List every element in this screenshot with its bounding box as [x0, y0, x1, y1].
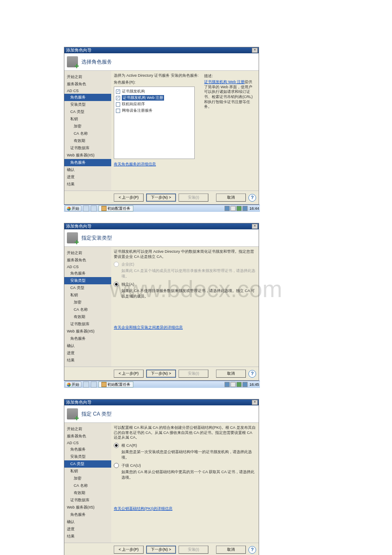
quicklaunch-icon[interactable] [83, 382, 89, 387]
radio[interactable] [114, 463, 119, 468]
quicklaunch-icon[interactable] [91, 382, 97, 387]
sidebar-item[interactable]: AD CS [64, 264, 111, 270]
checkbox[interactable] [116, 90, 120, 94]
sidebar-item[interactable]: 服务器角色 [64, 257, 111, 264]
sidebar-item[interactable]: CA 名称 [64, 306, 111, 313]
close-icon[interactable]: × [252, 224, 258, 229]
radio-row[interactable]: 根 CA(R)如果您是第一次安装或您是公钥基础结构中唯一的证书颁发机构，请选择此… [114, 443, 256, 460]
help-icon[interactable]: ? [248, 546, 256, 554]
help-icon[interactable]: ? [248, 370, 256, 378]
tray-icon[interactable] [231, 206, 236, 211]
close-icon[interactable]: × [252, 48, 258, 53]
sidebar-item[interactable]: 加密 [64, 123, 111, 130]
sidebar-item[interactable]: Web 服务器(IIS) [64, 328, 111, 335]
tray-icon[interactable] [242, 382, 248, 387]
cancel-button[interactable]: 取消 [216, 546, 246, 554]
sidebar-item[interactable]: 进度 [64, 350, 111, 357]
sidebar-item[interactable]: 结果 [64, 357, 111, 364]
sidebar-item[interactable]: 开始之前 [64, 249, 111, 257]
sidebar-item[interactable]: 服务器角色 [64, 81, 111, 88]
radio[interactable] [114, 443, 119, 448]
next-button[interactable]: 下一步(N) > [146, 370, 176, 378]
radio-row[interactable]: 独立(A)如果此 CA 不使用目录服务数据来颁发或管理证书，请选择此选项。独立 … [114, 282, 256, 299]
sidebar-item[interactable]: 进度 [64, 526, 111, 533]
sidebar-item[interactable]: 开始之前 [64, 73, 111, 81]
checkbox[interactable] [116, 109, 120, 113]
quicklaunch-icon[interactable] [83, 205, 89, 211]
titlebar: 添加角色向导× [64, 47, 259, 53]
sidebar-item[interactable]: CA 类型 [64, 284, 111, 292]
sidebar-item[interactable]: 结果 [64, 181, 111, 188]
tray-icon[interactable] [231, 382, 236, 387]
sidebar-item[interactable]: 安装类型 [64, 101, 111, 108]
sidebar-item[interactable]: 进度 [64, 173, 111, 181]
detail-link[interactable]: 有关公钥基础结构(PKI)的详细信息 [114, 506, 256, 512]
cancel-button[interactable]: 取消 [216, 194, 246, 202]
sidebar-item[interactable]: CA 名称 [64, 130, 111, 137]
sidebar-item[interactable]: 角色服务 [64, 94, 111, 101]
sidebar-item[interactable]: 角色服务 [64, 446, 111, 453]
sidebar-item[interactable]: 私钥 [64, 468, 111, 475]
tray-icon[interactable] [242, 206, 248, 211]
sidebar-item[interactable]: AD CS [64, 440, 111, 446]
sidebar-item[interactable]: 安装类型 [64, 277, 111, 284]
prev-button[interactable]: < 上一步(P) [114, 370, 144, 378]
checkbox[interactable] [116, 96, 120, 100]
close-icon[interactable]: × [252, 400, 258, 405]
sidebar-item[interactable]: 确认 [64, 518, 111, 526]
sidebar-item[interactable]: 角色服务 [64, 159, 111, 166]
tray-icon[interactable] [236, 382, 242, 387]
tray-icon[interactable] [225, 382, 230, 387]
sidebar-item[interactable]: 证书数据库 [64, 145, 111, 152]
radio-row[interactable]: 子级 CA(U)如果您的 CA 将从公钥基础结构中更高的另一个 CA 获取其 C… [114, 463, 256, 480]
start-button[interactable]: 开始 [65, 205, 81, 211]
taskbar-task-button[interactable]: 初始配置任务 [98, 382, 133, 387]
next-button[interactable]: 下一步(N) > [146, 546, 176, 554]
tray-icon[interactable] [236, 206, 242, 211]
checkbox-row[interactable]: 证书颁发机构 Web 注册 [116, 95, 193, 101]
sidebar-item[interactable]: 有效期 [64, 137, 111, 145]
sidebar-item[interactable]: AD CS [64, 88, 111, 94]
sidebar-item[interactable]: 私钥 [64, 292, 111, 299]
sidebar-item[interactable]: 证书数据库 [64, 497, 111, 504]
taskbar-task-button[interactable]: 初始配置任务 [98, 205, 133, 211]
description-link[interactable]: 证书颁发机构 Web 注册 [204, 80, 245, 84]
sidebar-item[interactable]: 安装类型 [64, 453, 111, 460]
sidebar-item[interactable]: CA 类型 [64, 460, 111, 468]
sidebar-item[interactable]: 结果 [64, 533, 111, 540]
radio[interactable] [114, 282, 119, 287]
sidebar-item[interactable]: 确认 [64, 342, 111, 350]
sidebar-item[interactable]: 角色服务 [64, 511, 111, 518]
sidebar-item[interactable]: 加密 [64, 299, 111, 306]
prev-button[interactable]: < 上一步(P) [114, 194, 144, 202]
cancel-button[interactable]: 取消 [216, 370, 246, 378]
sidebar-item[interactable]: 证书数据库 [64, 321, 111, 328]
sidebar-item[interactable]: 角色服务 [64, 270, 111, 277]
start-button[interactable]: 开始 [65, 382, 81, 387]
sidebar-item[interactable]: 有效期 [64, 313, 111, 321]
quicklaunch-icon[interactable] [91, 205, 97, 211]
sidebar-item[interactable]: 确认 [64, 166, 111, 173]
checkbox-row[interactable]: 证书颁发机构 [116, 89, 193, 94]
detail-link[interactable]: 有关企业和独立安装之间差异的详细信息 [114, 325, 256, 330]
sidebar-item[interactable]: Web 服务器(IIS) [64, 152, 111, 159]
sidebar-item[interactable]: CA 类型 [64, 108, 111, 116]
sidebar-item[interactable]: 加密 [64, 475, 111, 482]
help-icon[interactable]: ? [248, 194, 256, 202]
role-services-list[interactable]: 证书颁发机构证书颁发机构 Web 注册联机响应程序网络设备注册服务 [114, 87, 195, 159]
next-button[interactable]: 下一步(N) > [146, 194, 176, 202]
detail-link[interactable]: 有关角色服务的详细信息 [114, 162, 256, 167]
checkbox-row[interactable]: 网络设备注册服务 [116, 108, 193, 113]
checkbox[interactable] [116, 102, 120, 107]
checkbox-row[interactable]: 联机响应程序 [116, 101, 193, 107]
sidebar-item[interactable]: Web 服务器(IIS) [64, 504, 111, 511]
prev-button[interactable]: < 上一步(P) [114, 546, 144, 554]
sidebar-item[interactable]: CA 名称 [64, 482, 111, 489]
sidebar-item[interactable]: 有效期 [64, 489, 111, 497]
sidebar-item[interactable]: 开始之前 [64, 425, 111, 433]
sidebar-item[interactable]: 私钥 [64, 116, 111, 123]
sidebar-item[interactable]: 服务器角色 [64, 433, 111, 440]
sidebar-item[interactable]: 角色服务 [64, 335, 111, 342]
tray-icon[interactable] [225, 206, 230, 211]
task-label: 初始配置任务 [107, 382, 130, 387]
